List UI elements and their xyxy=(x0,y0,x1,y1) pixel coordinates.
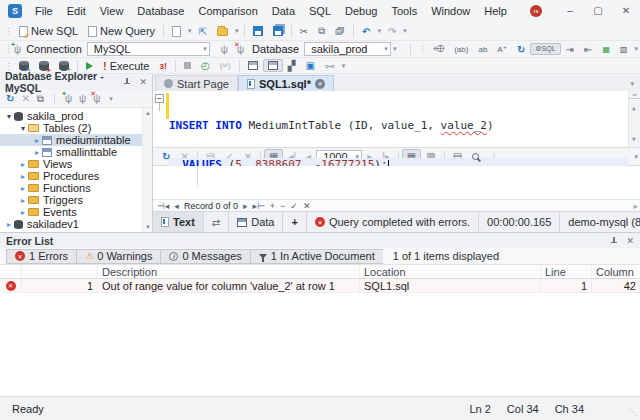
pin-icon[interactable] xyxy=(610,236,618,246)
connection-select[interactable]: MySQL▾ xyxy=(87,42,210,56)
copy-button[interactable]: ⧉ xyxy=(313,23,330,39)
resize-grip[interactable]: ⋱ xyxy=(629,408,637,417)
close-panel-icon[interactable]: ✕ xyxy=(626,236,634,246)
redo-button[interactable]: ↷ xyxy=(383,24,401,39)
column-header-column[interactable]: Column xyxy=(592,265,640,278)
next-record-icon[interactable]: ▸ xyxy=(243,201,248,211)
append-record-icon[interactable]: + xyxy=(270,201,275,211)
horizontal-scrollbar[interactable]: ▸ xyxy=(633,201,638,211)
tab-start-page[interactable]: Start Page xyxy=(155,75,238,91)
query-profiler-button[interactable]: (∞) xyxy=(215,59,236,72)
cancel-edit-icon[interactable]: ✕ xyxy=(303,201,311,211)
query-history-button[interactable]: ◴ xyxy=(196,58,215,73)
duplicate-icon[interactable]: ⧉ xyxy=(37,93,44,105)
expand-arrow-icon[interactable]: ▸ xyxy=(4,220,14,229)
uppercase-button[interactable]: A⁺ xyxy=(492,43,512,56)
post-edit-icon[interactable]: ✓ xyxy=(290,201,298,211)
errors-filter-button[interactable]: ✕ 1 Errors xyxy=(6,249,76,264)
query-plan-button[interactable]: ▞ xyxy=(283,58,301,73)
format-sql-button[interactable]: ⚙SQL xyxy=(530,43,560,55)
delete-icon[interactable]: ✕ xyxy=(21,93,29,104)
collapse-arrow-icon[interactable]: ▾ xyxy=(4,112,14,121)
new-sql-button[interactable]: New SQL xyxy=(14,23,83,39)
connect-icon[interactable]: ψ xyxy=(79,93,86,104)
collapse-arrow-icon[interactable]: ▾ xyxy=(18,124,28,133)
indent-button[interactable]: ⇥ xyxy=(561,42,579,57)
open-folder-button[interactable] xyxy=(212,24,233,38)
user-avatar[interactable]: rs xyxy=(530,5,542,17)
tree-scrollbar[interactable]: ▲▼ xyxy=(142,108,152,232)
tree-item-triggers[interactable]: ▸Triggers xyxy=(0,194,152,206)
stop-button[interactable] xyxy=(179,60,196,71)
tree-item-smallinttable[interactable]: ▸smallinttable xyxy=(0,146,152,158)
sql-editor[interactable]: − INSERT INTO MediumIntTable (ID, value_… xyxy=(153,91,640,147)
redo-dropdown[interactable]: ▾ xyxy=(401,27,409,35)
minimize-button[interactable]: – xyxy=(556,0,584,22)
menu-sql[interactable]: SQL xyxy=(302,0,338,22)
refresh-code-button[interactable]: ↻ xyxy=(512,42,530,57)
tab-text-view[interactable]: Text xyxy=(153,212,204,232)
toolbar-grip[interactable]: ⋮ xyxy=(0,61,14,71)
add-view-button[interactable]: + xyxy=(283,212,306,232)
warnings-filter-button[interactable]: ⚠ 0 Warnings xyxy=(76,249,160,264)
toolbar-grip[interactable]: ⋮ xyxy=(414,44,428,54)
column-header-location[interactable]: Location xyxy=(360,265,541,278)
delete-record-icon[interactable]: − xyxy=(280,201,285,211)
linked-view-button[interactable]: ⧟ xyxy=(320,58,340,74)
disconnect-icon[interactable]: ✕ψ xyxy=(237,44,244,55)
cut-button[interactable]: ✂ xyxy=(295,24,313,39)
menu-database[interactable]: Database xyxy=(130,0,191,22)
execute-script-button[interactable]: ɜ! xyxy=(154,59,171,73)
grid-toolbar-overflow[interactable]: ▾ xyxy=(632,153,640,161)
column-header-line[interactable]: Line xyxy=(541,265,592,278)
open-file-button[interactable]: ⇱ xyxy=(194,24,212,39)
menu-file[interactable]: File xyxy=(28,0,60,22)
format-profile-button[interactable]: ⬲ xyxy=(428,41,449,57)
tab-data-view[interactable]: Data xyxy=(229,212,283,232)
tree-item-sakila-prod[interactable]: ▾sakila_prod xyxy=(0,110,152,122)
menu-comparison[interactable]: Comparison xyxy=(191,0,264,22)
toolbar-overflow-dropdown[interactable]: ▾ xyxy=(633,45,640,53)
new-document-dropdown[interactable]: ▾ xyxy=(186,27,194,35)
fold-collapse-icon[interactable]: − xyxy=(155,94,164,103)
active-document-filter-button[interactable]: 1 In Active Document xyxy=(250,249,383,264)
save-all-button[interactable] xyxy=(268,24,288,38)
paste-button[interactable]: 🗊︎ xyxy=(330,24,350,39)
expand-arrow-icon[interactable]: ▸ xyxy=(18,208,28,217)
menu-help[interactable]: Help xyxy=(477,0,514,22)
refresh-icon[interactable]: ↻ xyxy=(6,93,14,104)
toolbar-overflow-dropdown[interactable]: ▾ xyxy=(391,45,399,53)
tree-item-mediuminttable[interactable]: ▸mediuminttable xyxy=(0,134,152,146)
menu-debug[interactable]: Debug xyxy=(338,0,384,22)
splitter-handle[interactable]: ═ xyxy=(629,91,640,99)
open-dropdown[interactable]: ▾ xyxy=(233,27,241,35)
close-tab-icon[interactable]: ✕ xyxy=(315,79,325,89)
result-grid[interactable] xyxy=(153,166,640,199)
pin-connection-button[interactable]: ψ xyxy=(216,42,233,57)
database-select[interactable]: sakila_prod▾ xyxy=(304,42,391,56)
explorer-overflow-dropdown[interactable]: ▾ xyxy=(107,95,115,103)
undo-button[interactable]: ↶ xyxy=(357,24,375,39)
editor-scrollbar[interactable]: ═ ▲▼ xyxy=(628,91,640,147)
menu-window[interactable]: Window xyxy=(424,0,477,22)
tab-sql1[interactable]: SQL1.sql* ✕ xyxy=(238,75,334,91)
toolbar-overflow-dropdown[interactable]: ▾ xyxy=(340,62,348,70)
expand-arrow-icon[interactable]: ▸ xyxy=(18,160,28,169)
new-document-button[interactable] xyxy=(167,24,186,39)
new-query-button[interactable]: New Query xyxy=(83,23,160,39)
first-record-icon[interactable]: ⊣◂ xyxy=(157,201,169,211)
tree-item-functions[interactable]: ▸Functions xyxy=(0,182,152,194)
expand-arrow-icon[interactable]: ▸ xyxy=(18,196,28,205)
uncomment-button[interactable]: ▧ xyxy=(615,43,633,56)
toolbar-grip[interactable]: ⋮ xyxy=(0,26,14,36)
tree-item-tables-2-[interactable]: ▾Tables (2) xyxy=(0,122,152,134)
new-connection-icon[interactable]: +ψ xyxy=(14,44,21,55)
close-button[interactable]: ✕ xyxy=(612,0,640,22)
lowercase-button[interactable]: ab xyxy=(473,43,492,56)
menu-tools[interactable]: Tools xyxy=(384,0,424,22)
column-header-description[interactable]: Description xyxy=(98,265,360,278)
code-area[interactable]: INSERT INTO MediumIntTable (ID, value_1,… xyxy=(169,91,628,147)
export-grid-button[interactable] xyxy=(243,59,263,72)
outdent-button[interactable]: ⇤ xyxy=(579,42,597,57)
maximize-button[interactable]: ▢ xyxy=(584,0,612,22)
